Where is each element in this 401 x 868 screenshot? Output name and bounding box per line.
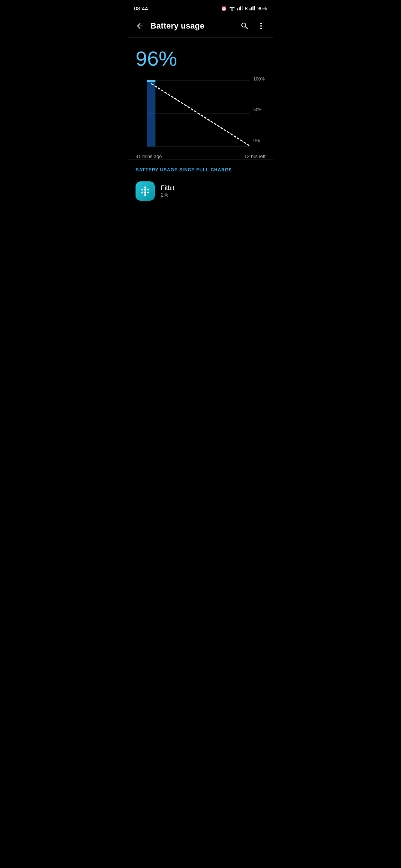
page-title: Battery usage xyxy=(150,21,237,31)
svg-point-23 xyxy=(147,192,149,194)
status-bar: 08:44 ⏰ R 96% xyxy=(128,0,273,15)
battery-section: 96% 100% 50% 0% 31 mins ago 12 hrs left xyxy=(128,37,273,160)
svg-line-17 xyxy=(151,84,250,146)
chart-time-labels: 31 mins ago 12 hrs left xyxy=(136,152,265,159)
svg-point-22 xyxy=(141,192,143,194)
signal-icon-2 xyxy=(250,6,255,11)
fitbit-icon xyxy=(139,185,151,197)
app-item-fitbit[interactable]: Fitbit 2% xyxy=(136,178,265,204)
app-bar: Battery usage xyxy=(128,15,273,37)
signal-icon xyxy=(237,6,243,11)
fitbit-app-info: Fitbit 2% xyxy=(161,184,175,198)
battery-chart: 100% 50% 0% 31 mins ago 12 hrs left xyxy=(136,76,265,151)
chart-label-0: 0% xyxy=(253,138,265,143)
svg-point-21 xyxy=(144,188,146,191)
chart-end-label: 12 hrs left xyxy=(244,154,265,159)
svg-rect-1 xyxy=(237,9,238,10)
svg-point-25 xyxy=(144,194,146,196)
svg-rect-7 xyxy=(252,6,254,10)
status-time: 08:44 xyxy=(134,5,148,11)
r-badge: R xyxy=(245,6,248,10)
battery-percent-status: 96% xyxy=(257,6,267,11)
usage-section-title: BATTERY USAGE SINCE FULL CHARGE xyxy=(136,167,265,172)
svg-rect-8 xyxy=(254,6,255,10)
battery-percentage: 96% xyxy=(136,46,265,70)
svg-rect-5 xyxy=(250,9,251,10)
svg-rect-3 xyxy=(240,6,241,10)
fitbit-app-icon xyxy=(136,181,155,201)
app-bar-actions xyxy=(237,19,268,33)
svg-rect-16 xyxy=(147,80,156,82)
usage-section: BATTERY USAGE SINCE FULL CHARGE Fitbit 2… xyxy=(128,160,273,204)
alarm-icon: ⏰ xyxy=(221,6,227,11)
more-options-button[interactable] xyxy=(254,19,268,33)
chart-label-50: 50% xyxy=(253,107,265,112)
wifi-icon xyxy=(229,6,235,11)
chart-start-label: 31 mins ago xyxy=(136,154,162,159)
chart-right-labels: 100% 50% 0% xyxy=(253,76,265,143)
battery-chart-svg xyxy=(136,76,265,151)
svg-rect-4 xyxy=(242,6,243,10)
svg-point-10 xyxy=(260,25,262,27)
fitbit-app-usage: 2% xyxy=(161,192,175,198)
back-button[interactable] xyxy=(133,19,147,33)
svg-point-20 xyxy=(147,189,149,191)
status-icons: ⏰ R 96% xyxy=(221,6,267,11)
svg-point-24 xyxy=(144,191,146,194)
svg-rect-15 xyxy=(147,80,156,147)
svg-rect-6 xyxy=(251,7,252,10)
svg-point-0 xyxy=(231,10,232,11)
search-button[interactable] xyxy=(237,19,252,33)
svg-point-18 xyxy=(144,187,146,188)
svg-point-9 xyxy=(260,23,262,24)
svg-rect-2 xyxy=(239,7,240,10)
svg-point-11 xyxy=(260,28,262,29)
fitbit-app-name: Fitbit xyxy=(161,184,175,192)
chart-label-100: 100% xyxy=(253,76,265,82)
svg-point-19 xyxy=(141,189,143,191)
